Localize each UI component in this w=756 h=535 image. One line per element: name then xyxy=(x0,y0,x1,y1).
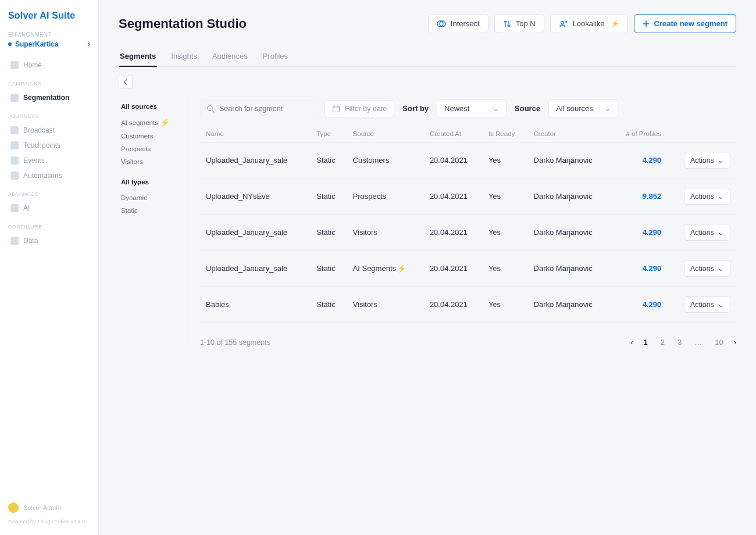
filter-type-item[interactable]: Static xyxy=(121,204,182,217)
sort-by-value: Newest xyxy=(444,104,469,113)
sidebar-item-touchpoints[interactable]: Touchpoints xyxy=(8,138,90,153)
table-cell: Visitors xyxy=(347,287,424,323)
table-row: Uploaded_NYsEveStaticProspects20.04.2021… xyxy=(200,179,736,215)
table-row: Uploaded_January_saleStaticAI Segments⚡2… xyxy=(200,251,736,287)
source-value: All sources xyxy=(556,104,593,113)
user-chip[interactable]: Solver Admin xyxy=(8,502,90,513)
table-cell: 20.04.2021 xyxy=(424,179,483,215)
table-cell: Uploaded_January_sale xyxy=(200,215,311,251)
column-header: Type xyxy=(311,126,347,142)
row-actions-button[interactable]: Actions⌄ xyxy=(684,224,730,241)
tab-segments[interactable]: Segments xyxy=(119,46,157,66)
lookalike-button[interactable]: Lookalike ⚡ xyxy=(550,14,628,33)
sidebar-item-automations[interactable]: Automations xyxy=(8,168,90,183)
filter-by-date-button[interactable]: Filter by date xyxy=(324,100,394,117)
sidebar-item-ai[interactable]: AI xyxy=(8,201,90,216)
sidebar-item-home[interactable]: Home xyxy=(8,58,90,73)
column-header: Name xyxy=(200,126,311,142)
svg-point-2 xyxy=(561,21,564,24)
filter-source-item[interactable]: Prospects xyxy=(121,142,182,155)
svg-point-3 xyxy=(565,21,566,23)
filter-types-header: All types xyxy=(121,179,182,186)
table-cell: Babies xyxy=(200,287,311,323)
row-actions-button[interactable]: Actions⌄ xyxy=(684,188,730,205)
table-cell: Darko Marjanovic xyxy=(528,215,612,251)
create-segment-button[interactable]: Create new segment xyxy=(634,14,736,33)
page-number[interactable]: 3 xyxy=(675,336,684,349)
user-name: Solver Admin xyxy=(23,504,61,511)
table-cell: Static xyxy=(311,287,347,323)
page-number[interactable]: 10 xyxy=(712,336,725,349)
sidebar: Solver AI Suite ENVIRONMENT SuperKartica… xyxy=(0,0,99,535)
table-cell: Actions⌄ xyxy=(667,179,736,215)
column-header: Source xyxy=(347,126,424,142)
sidebar-item-events[interactable]: Events xyxy=(8,153,90,168)
sidebar-item-data[interactable]: Data xyxy=(8,233,90,248)
sidebar-item-label: Touchpoints xyxy=(23,141,60,149)
plus-icon xyxy=(643,20,650,27)
search-input-wrapper[interactable] xyxy=(200,100,316,117)
filter-panel: All sources AI segments⚡CustomersProspec… xyxy=(119,95,188,349)
chevron-down-icon: ⌄ xyxy=(718,228,724,237)
page-next-button[interactable]: › xyxy=(734,338,736,347)
svg-point-4 xyxy=(208,105,212,110)
table-cell: Customers xyxy=(347,142,424,179)
page-number[interactable]: 1 xyxy=(641,336,650,349)
source-label: Source xyxy=(515,104,540,113)
search-input[interactable] xyxy=(219,105,310,113)
row-actions-label: Actions xyxy=(690,301,714,309)
page-prev-button[interactable]: ‹ xyxy=(630,338,633,347)
chevron-down-icon: ⌄ xyxy=(718,192,724,201)
table-cell: AI Segments⚡ xyxy=(347,251,424,287)
table-cell: 20.04.2021 xyxy=(424,142,483,179)
broadcast-icon xyxy=(10,126,19,134)
column-header: Is Ready xyxy=(483,126,528,142)
page-number: … xyxy=(692,336,704,349)
env-select[interactable]: SuperKartica › xyxy=(8,40,90,48)
lookalike-icon xyxy=(559,20,568,28)
tab-audiences[interactable]: Audiences xyxy=(211,46,249,66)
sort-by-select[interactable]: Newest ⌄ xyxy=(437,99,507,117)
sidebar-item-broadcast[interactable]: Broadcast xyxy=(8,123,90,138)
table-cell: 20.04.2021 xyxy=(424,251,483,287)
row-actions-label: Actions xyxy=(690,192,714,201)
avatar-icon xyxy=(8,502,19,513)
data-icon xyxy=(10,237,19,245)
topn-button[interactable]: Top N xyxy=(494,14,544,33)
tab-profiles[interactable]: Profiles xyxy=(262,46,289,66)
source-select[interactable]: All sources ⌄ xyxy=(548,99,618,117)
lookalike-label: Lookalike xyxy=(573,19,605,28)
row-actions-button[interactable]: Actions⌄ xyxy=(684,152,730,169)
filter-source-item[interactable]: AI segments⚡ xyxy=(121,116,182,130)
table-cell: 9.852 xyxy=(611,179,667,215)
filter-source-item[interactable]: Customers xyxy=(121,130,182,142)
touchpoints-icon xyxy=(10,141,19,149)
chevron-down-icon: ⌄ xyxy=(718,300,724,309)
tab-insights[interactable]: Insights xyxy=(170,46,198,66)
sidebar-item-segmentation[interactable]: Segmentation xyxy=(8,90,90,105)
filter-source-item[interactable]: Visitors xyxy=(121,155,182,168)
brand-title: Solver AI Suite xyxy=(8,10,90,21)
table-cell: Prospects xyxy=(347,179,424,215)
table-cell: Yes xyxy=(483,142,528,179)
filter-sources-header: All sources xyxy=(121,103,182,110)
row-actions-button[interactable]: Actions⌄ xyxy=(684,296,730,313)
table-cell: 4.290 xyxy=(611,215,667,251)
table-cell: Static xyxy=(311,215,347,251)
filter-type-item[interactable]: Dynamic xyxy=(121,191,182,204)
chevron-down-icon: ⌄ xyxy=(493,104,499,113)
segments-table: NameTypeSourceCreated AtIs ReadyCreator#… xyxy=(200,126,736,323)
pagination: ‹123…10› xyxy=(630,336,736,349)
sidebar-item-label: Broadcast xyxy=(23,126,55,134)
intersect-button[interactable]: Intersect xyxy=(428,14,488,33)
table-cell: Static xyxy=(311,251,347,287)
sidebar-item-label: Data xyxy=(23,237,38,245)
table-toolbar: Filter by date Sort by Newest ⌄ Source A… xyxy=(200,95,736,126)
page-number[interactable]: 2 xyxy=(658,336,667,349)
table-cell: Actions⌄ xyxy=(667,287,736,323)
create-segment-label: Create new segment xyxy=(654,19,728,28)
sidebar-item-label: Home xyxy=(23,61,42,69)
row-actions-button[interactable]: Actions⌄ xyxy=(684,260,730,277)
back-button[interactable] xyxy=(119,75,133,89)
page-title: Segmentation Studio xyxy=(119,16,247,31)
